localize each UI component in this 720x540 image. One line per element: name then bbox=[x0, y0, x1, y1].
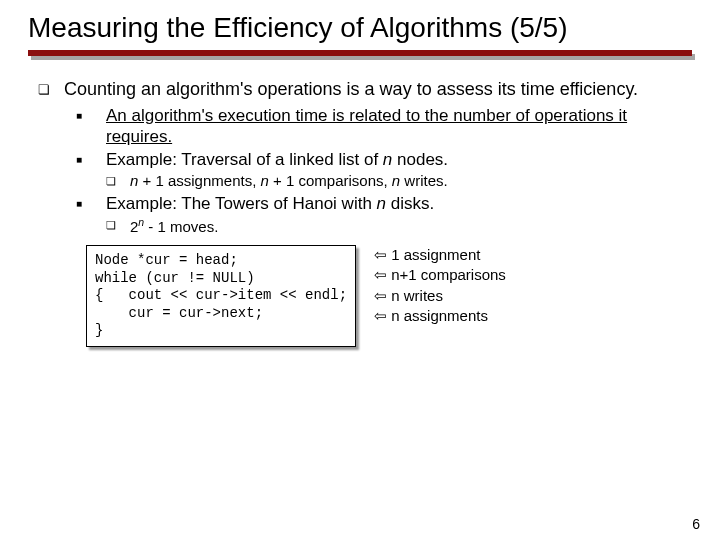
bullet-level1: ❏ Counting an algorithm's operations is … bbox=[38, 78, 692, 101]
text-fragment: Example: The Towers of Hanoi with bbox=[106, 194, 377, 213]
annotation-line: ⇦ n+1 comparisons bbox=[374, 265, 506, 285]
bullet-text: Example: The Towers of Hanoi with n disk… bbox=[106, 193, 692, 214]
bullet-level2: ■ Example: Traversal of a linked list of… bbox=[76, 149, 692, 170]
slide-content: ❏ Counting an algorithm's operations is … bbox=[28, 78, 692, 347]
annotation-line: ⇦ n writes bbox=[374, 286, 506, 306]
bullet-text: An algorithm's execution time is related… bbox=[106, 105, 692, 148]
text-fragment: n bbox=[383, 150, 392, 169]
text-fragment: n bbox=[261, 172, 269, 189]
bullet-level2: ■ An algorithm's execution time is relat… bbox=[76, 105, 692, 148]
bullet-text: 2n - 1 moves. bbox=[130, 216, 692, 237]
filled-square-bullet-icon: ■ bbox=[76, 193, 106, 214]
text-fragment: - 1 moves. bbox=[144, 218, 218, 235]
code-annotations: ⇦ 1 assignment ⇦ n+1 comparisons ⇦ n wri… bbox=[374, 245, 506, 326]
slide-title: Measuring the Efficiency of Algorithms (… bbox=[28, 12, 692, 44]
text-fragment: Example: Traversal of a linked list of bbox=[106, 150, 383, 169]
slide: Measuring the Efficiency of Algorithms (… bbox=[0, 0, 720, 347]
square-bullet-icon: ❏ bbox=[106, 172, 130, 191]
text-fragment: disks. bbox=[386, 194, 434, 213]
page-number: 6 bbox=[692, 516, 700, 532]
text-fragment: nodes. bbox=[392, 150, 448, 169]
bullet-text: n + 1 assignments, n + 1 comparisons, n … bbox=[130, 172, 692, 191]
text-fragment: + 1 comparisons, bbox=[269, 172, 392, 189]
bullet-level3: ❏ n + 1 assignments, n + 1 comparisons, … bbox=[106, 172, 692, 191]
bullet-level2: ■ Example: The Towers of Hanoi with n di… bbox=[76, 193, 692, 214]
text-fragment: n bbox=[377, 194, 386, 213]
filled-square-bullet-icon: ■ bbox=[76, 105, 106, 148]
bullet-text: Example: Traversal of a linked list of n… bbox=[106, 149, 692, 170]
text-fragment: writes. bbox=[400, 172, 448, 189]
code-block: Node *cur = head; while (cur != NULL) { … bbox=[86, 245, 356, 347]
code-annotation-row: Node *cur = head; while (cur != NULL) { … bbox=[38, 245, 692, 347]
annotation-line: ⇦ n assignments bbox=[374, 306, 506, 326]
text-fragment: + 1 assignments, bbox=[138, 172, 260, 189]
bullet-level3: ❏ 2n - 1 moves. bbox=[106, 216, 692, 237]
filled-square-bullet-icon: ■ bbox=[76, 149, 106, 170]
bullet-text: Counting an algorithm's operations is a … bbox=[64, 78, 692, 101]
title-rule bbox=[28, 50, 692, 60]
square-bullet-icon: ❏ bbox=[106, 216, 130, 237]
annotation-line: ⇦ 1 assignment bbox=[374, 245, 506, 265]
text-fragment: n bbox=[392, 172, 400, 189]
square-bullet-icon: ❏ bbox=[38, 78, 64, 101]
